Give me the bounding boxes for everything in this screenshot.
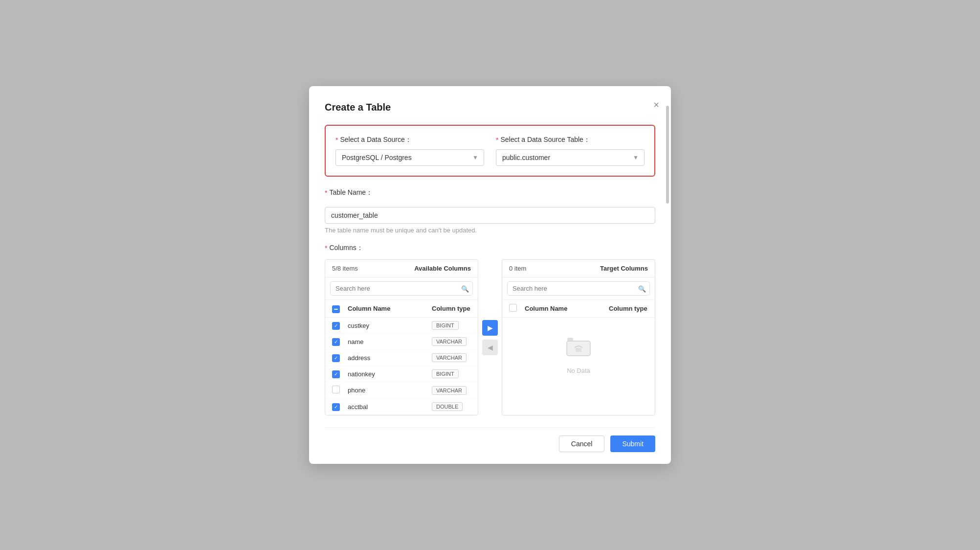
- no-data-icon: [566, 337, 591, 362]
- svg-rect-1: [576, 348, 581, 352]
- table-row: ✓ name VARCHAR: [325, 334, 478, 350]
- target-col-type-header: Column type: [609, 305, 648, 312]
- table-field-group: * Select a Data Source Table： public.cus…: [496, 136, 645, 166]
- nationkey-col-name: nationkey: [348, 370, 426, 378]
- transfer-left-button[interactable]: ◀: [482, 340, 498, 355]
- address-col-type: VARCHAR: [432, 353, 471, 362]
- available-search-icon: 🔍: [461, 285, 469, 292]
- available-search-box: 🔍: [325, 277, 478, 300]
- name-checkbox-cell: ✓: [332, 338, 342, 346]
- phone-col-type: VARCHAR: [432, 386, 471, 395]
- custkey-checkbox-cell: ✓: [332, 321, 342, 330]
- columns-required-star: *: [325, 244, 327, 252]
- table-name-required-star: *: [325, 189, 327, 197]
- available-header-checkbox-cell: [332, 304, 342, 313]
- no-data-label: No Data: [567, 367, 590, 374]
- source-select[interactable]: PostgreSQL / Postgres: [335, 149, 484, 166]
- page-background: Create a Table × * Select a Data Source：…: [0, 0, 980, 550]
- name-col-type: VARCHAR: [432, 337, 471, 346]
- close-button[interactable]: ×: [653, 100, 659, 110]
- target-select-all-checkbox[interactable]: [509, 304, 517, 312]
- nationkey-checkbox-cell: ✓: [332, 370, 342, 378]
- available-count: 5/8 items: [332, 265, 358, 272]
- data-source-section: * Select a Data Source： PostgreSQL / Pos…: [325, 125, 655, 177]
- address-col-name: address: [348, 354, 426, 362]
- acctbal-checkbox[interactable]: ✓: [332, 403, 340, 411]
- target-col-list-header: Column Name Column type: [502, 300, 655, 318]
- table-select-wrapper: public.customer ▼: [496, 149, 645, 166]
- name-checkbox[interactable]: ✓: [332, 338, 340, 346]
- available-col-name-header: Column Name: [348, 305, 426, 312]
- address-checkbox-cell: ✓: [332, 354, 342, 362]
- address-checkbox[interactable]: ✓: [332, 354, 340, 362]
- source-label: * Select a Data Source：: [335, 136, 484, 144]
- source-field-group: * Select a Data Source： PostgreSQL / Pos…: [335, 136, 484, 166]
- table-name-label: * Table Name：: [325, 188, 655, 197]
- target-header-label: Target Columns: [600, 265, 648, 272]
- source-select-wrapper: PostgreSQL / Postgres ▼: [335, 149, 484, 166]
- source-required-star: *: [335, 136, 338, 144]
- available-panel-header: 5/8 items Available Columns: [325, 260, 478, 277]
- acctbal-col-name: acctbal: [348, 403, 426, 411]
- available-col-list-header: Column Name Column type: [325, 300, 478, 318]
- acctbal-checkbox-cell: ✓: [332, 403, 342, 411]
- scrollbar: [666, 106, 669, 204]
- table-name-input[interactable]: [325, 207, 655, 224]
- available-col-type-header: Column type: [432, 305, 471, 312]
- phone-checkbox[interactable]: [332, 386, 340, 393]
- available-search-input[interactable]: [330, 281, 473, 296]
- target-count: 0 item: [509, 265, 526, 272]
- table-row: ✓ acctbal DOUBLE: [325, 399, 478, 415]
- columns-section: * Columns： 5/8 items Available Columns 🔍: [325, 244, 655, 415]
- available-column-list: ✓ custkey BIGINT: [325, 318, 478, 415]
- table-name-section: * Table Name： The table name must be uni…: [325, 188, 655, 234]
- name-col-name: name: [348, 338, 426, 345]
- transfer-buttons: ▶ ◀: [478, 259, 502, 415]
- target-col-name-header: Column Name: [525, 305, 603, 312]
- modal-overlay: Create a Table × * Select a Data Source：…: [0, 0, 980, 550]
- submit-button[interactable]: Submit: [610, 435, 655, 452]
- target-no-data: No Data: [502, 318, 655, 394]
- table-row: ✓ address VARCHAR: [325, 350, 478, 366]
- transfer-right-button[interactable]: ▶: [482, 320, 498, 336]
- custkey-name: custkey: [348, 322, 426, 329]
- available-select-all-checkbox[interactable]: [332, 305, 340, 313]
- custkey-checkbox[interactable]: ✓: [332, 322, 340, 330]
- svg-rect-2: [568, 338, 573, 341]
- table-row: phone VARCHAR: [325, 382, 478, 399]
- available-header-label: Available Columns: [414, 265, 471, 272]
- table-name-hint: The table name must be unique and can't …: [325, 227, 655, 234]
- target-columns-panel: 0 item Target Columns 🔍 Column: [502, 259, 655, 415]
- modal-footer: Cancel Submit: [325, 427, 655, 452]
- target-search-box: 🔍: [502, 277, 655, 300]
- phone-col-name: phone: [348, 387, 426, 394]
- nationkey-col-type: BIGINT: [432, 369, 471, 378]
- table-row: ✓ custkey BIGINT: [325, 318, 478, 334]
- table-required-star: *: [496, 136, 498, 144]
- columns-label: * Columns：: [325, 244, 655, 252]
- table-select[interactable]: public.customer: [496, 149, 645, 166]
- available-columns-panel: 5/8 items Available Columns 🔍: [325, 259, 478, 415]
- target-header-checkbox-cell: [509, 304, 519, 313]
- table-row: ✓ nationkey BIGINT: [325, 366, 478, 382]
- target-panel-header: 0 item Target Columns: [502, 260, 655, 277]
- custkey-type: BIGINT: [432, 321, 471, 330]
- phone-checkbox-cell: [332, 386, 342, 395]
- columns-panels: 5/8 items Available Columns 🔍: [325, 259, 655, 415]
- target-search-input[interactable]: [507, 281, 650, 296]
- nationkey-checkbox[interactable]: ✓: [332, 370, 340, 378]
- partial-mark: [334, 309, 338, 310]
- acctbal-col-type: DOUBLE: [432, 402, 471, 411]
- modal-dialog: Create a Table × * Select a Data Source：…: [309, 86, 671, 464]
- table-label: * Select a Data Source Table：: [496, 136, 645, 144]
- target-search-icon: 🔍: [638, 285, 646, 292]
- cancel-button[interactable]: Cancel: [559, 435, 605, 452]
- modal-title: Create a Table: [325, 102, 655, 113]
